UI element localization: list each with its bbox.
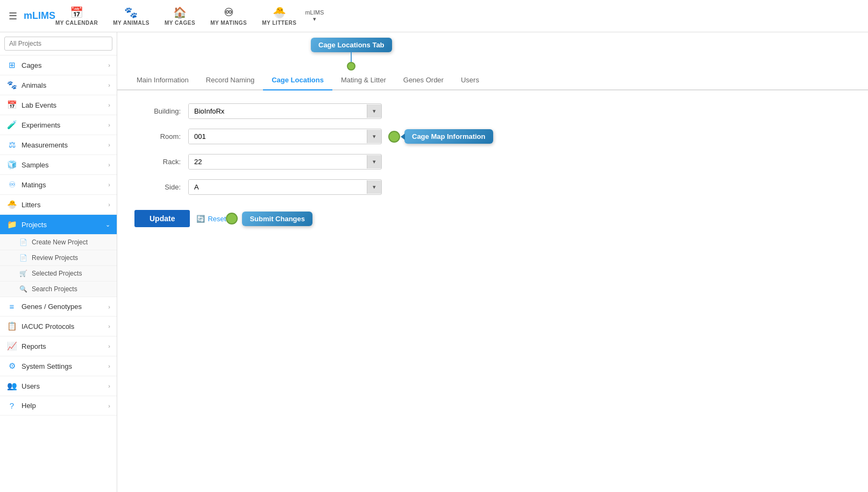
measurements-sidebar-icon: ⚖ xyxy=(6,140,17,150)
animals-icon: 🐾 xyxy=(124,6,138,19)
matings-icon: ♾ xyxy=(224,6,234,19)
top-bar-left: ☰ mLIMS xyxy=(9,10,55,22)
rack-control: ▾ xyxy=(188,154,382,170)
building-control: ▾ xyxy=(188,103,382,119)
sidebar-sub-create-new-project[interactable]: 📄 Create New Project xyxy=(0,235,117,250)
cages-chevron-icon: › xyxy=(108,62,110,68)
tab-cage-locations[interactable]: Cage Locations xyxy=(263,71,332,90)
sidebar-item-litters[interactable]: 🐣 Litters › xyxy=(0,195,117,215)
tab-genes-order[interactable]: Genes Order xyxy=(395,71,452,90)
lab-events-chevron-icon: › xyxy=(108,102,110,108)
sidebar-item-users[interactable]: 👥 Users › xyxy=(0,376,117,396)
room-dropdown-button[interactable]: ▾ xyxy=(367,130,381,143)
tab-main-information[interactable]: Main Information xyxy=(128,71,197,90)
submit-dot[interactable] xyxy=(226,213,238,224)
tab-tooltip-wrap: Cage Locations Tab xyxy=(311,38,392,71)
action-buttons-row: Update 🔄 Reset Submit Changes xyxy=(134,210,851,227)
tab-tooltip-container: Cage Locations Tab xyxy=(117,32,868,71)
projects-chevron-icon: ⌄ xyxy=(105,221,110,228)
hamburger-menu[interactable]: ☰ xyxy=(9,10,17,22)
system-settings-chevron-icon: › xyxy=(108,363,110,369)
experiments-chevron-icon: › xyxy=(108,122,110,128)
sidebar-item-samples[interactable]: 🧊 Samples › xyxy=(0,155,117,175)
user-chevron-down-icon: ▾ xyxy=(313,16,316,23)
sidebar-item-cages[interactable]: ⊞ Cages › xyxy=(0,55,117,75)
tab-record-naming[interactable]: Record Naming xyxy=(197,71,263,90)
project-search-input[interactable] xyxy=(4,37,112,51)
nav-my-animals[interactable]: 🐾 MY ANIMALS xyxy=(113,6,150,26)
litters-sidebar-icon: 🐣 xyxy=(6,200,17,209)
content-inner: Cage Locations Tab Main Information Reco… xyxy=(117,32,868,492)
sidebar-item-iacuc[interactable]: 📋 IACUC Protocols › xyxy=(0,317,117,336)
top-user[interactable]: mLIMS ▾ xyxy=(305,9,324,23)
sidebar-item-matings[interactable]: ♾ Matings › xyxy=(0,175,117,195)
nav-my-cages[interactable]: 🏠 MY CAGES xyxy=(165,6,195,26)
sidebar-item-genes[interactable]: ≡ Genes / Genotypes › xyxy=(0,297,117,317)
matings-sidebar-icon: ♾ xyxy=(6,180,17,189)
rack-row: Rack: ▾ xyxy=(134,154,851,170)
tabs-row: Main Information Record Naming Cage Loca… xyxy=(117,71,868,90)
sidebar-item-animals[interactable]: 🐾 Animals › xyxy=(0,75,117,95)
create-project-icon: 📄 xyxy=(19,238,27,246)
side-input[interactable] xyxy=(189,180,367,194)
side-dropdown-button[interactable]: ▾ xyxy=(367,180,381,194)
sidebar-item-help[interactable]: ? Help › xyxy=(0,396,117,416)
tab-mating-litter[interactable]: Mating & Litter xyxy=(332,71,395,90)
genes-chevron-icon: › xyxy=(108,304,110,310)
building-input[interactable] xyxy=(189,104,367,118)
sidebar-item-reports[interactable]: 📈 Reports › xyxy=(0,336,117,356)
update-button[interactable]: Update xyxy=(134,210,190,227)
matings-chevron-icon: › xyxy=(108,181,110,188)
litters-chevron-icon: › xyxy=(108,201,110,208)
nav-my-litters[interactable]: 🐣 MY LITTERS xyxy=(262,6,296,26)
users-chevron-icon: › xyxy=(108,383,110,389)
tooltip-dot xyxy=(347,62,355,71)
selected-projects-icon: 🛒 xyxy=(19,270,27,277)
sidebar-item-projects[interactable]: 📁 Projects ⌄ xyxy=(0,215,117,235)
animals-chevron-icon: › xyxy=(108,82,110,88)
rack-input[interactable] xyxy=(189,154,367,169)
samples-chevron-icon: › xyxy=(108,161,110,168)
cage-map-info-tooltip: Cage Map Information xyxy=(404,129,493,144)
room-input[interactable] xyxy=(189,129,367,144)
building-dropdown-button[interactable]: ▾ xyxy=(367,104,381,118)
search-projects-icon: 🔍 xyxy=(19,285,27,293)
genes-sidebar-icon: ≡ xyxy=(6,302,17,311)
samples-sidebar-icon: 🧊 xyxy=(6,160,17,170)
rack-dropdown-button[interactable]: ▾ xyxy=(367,155,381,168)
litters-icon: 🐣 xyxy=(273,6,287,19)
sidebar-item-system-settings[interactable]: ⚙ System Settings › xyxy=(0,356,117,376)
sidebar-sub-selected-projects[interactable]: 🛒 Selected Projects xyxy=(0,266,117,282)
building-select-group: ▾ xyxy=(188,103,382,119)
sidebar-item-experiments[interactable]: 🧪 Experiments › xyxy=(0,115,117,135)
help-chevron-icon: › xyxy=(108,403,110,409)
experiments-sidebar-icon: 🧪 xyxy=(6,120,17,130)
sidebar-sub-search-projects[interactable]: 🔍 Search Projects xyxy=(0,282,117,297)
tab-users[interactable]: Users xyxy=(452,71,488,90)
app-logo: mLIMS xyxy=(24,10,55,22)
cage-map-indicator-dot[interactable] xyxy=(388,131,400,143)
nav-my-calendar[interactable]: 📅 MY CALENDAR xyxy=(55,6,98,26)
rack-label: Rack: xyxy=(134,158,188,166)
side-control: ▾ xyxy=(188,179,382,195)
sidebar-search-wrap xyxy=(0,32,117,55)
app-wrapper: ☰ mLIMS 📅 MY CALENDAR 🐾 MY ANIMALS 🏠 MY … xyxy=(0,0,868,492)
rack-select-group: ▾ xyxy=(188,154,382,170)
sidebar-item-lab-events[interactable]: 📅 Lab Events › xyxy=(0,95,117,115)
review-projects-icon: 📄 xyxy=(19,254,27,262)
cage-locations-form: Building: ▾ Room: xyxy=(117,90,868,250)
reset-wrap: 🔄 Reset xyxy=(196,215,226,223)
measurements-chevron-icon: › xyxy=(108,142,110,148)
cage-map-callout: Cage Map Information xyxy=(388,129,493,144)
users-sidebar-icon: 👥 xyxy=(6,381,17,391)
nav-my-matings[interactable]: ♾ MY MATINGS xyxy=(210,6,247,26)
sidebar: ⊞ Cages › 🐾 Animals › 📅 Lab Events › 🧪 E… xyxy=(0,32,117,492)
projects-sidebar-icon: 📁 xyxy=(6,220,17,229)
sidebar-item-measurements[interactable]: ⚖ Measurements › xyxy=(0,135,117,155)
room-row: Room: ▾ Cage Map Information xyxy=(134,129,851,144)
building-row: Building: ▾ xyxy=(134,103,851,119)
top-bar: ☰ mLIMS 📅 MY CALENDAR 🐾 MY ANIMALS 🏠 MY … xyxy=(0,0,868,32)
sidebar-sub-review-projects[interactable]: 📄 Review Projects xyxy=(0,250,117,266)
reset-button[interactable]: Reset xyxy=(208,215,226,223)
iacuc-chevron-icon: › xyxy=(108,323,110,329)
